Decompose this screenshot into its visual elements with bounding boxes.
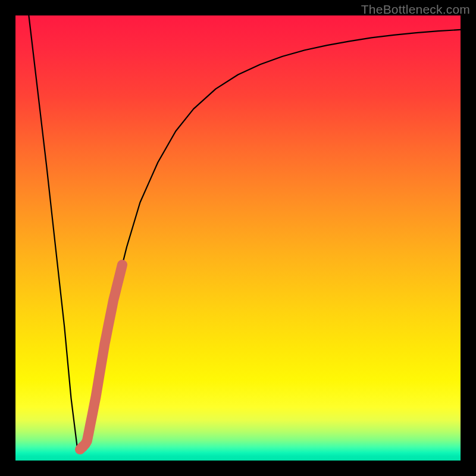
plot-area bbox=[15, 15, 461, 461]
chart-frame: TheBottleneck.com bbox=[0, 0, 476, 476]
highlight-segment bbox=[80, 265, 123, 449]
highlight-dot bbox=[77, 441, 88, 452]
watermark-text: TheBottleneck.com bbox=[361, 2, 470, 17]
curve-layer bbox=[15, 15, 461, 461]
